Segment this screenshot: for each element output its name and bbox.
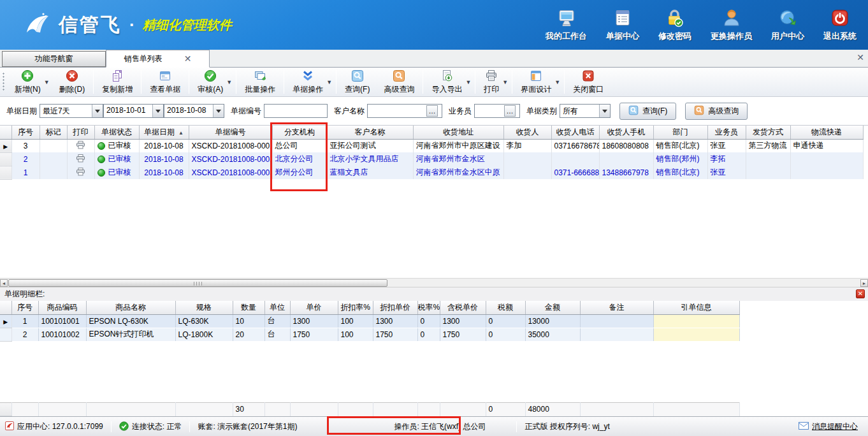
row-selector-cell[interactable] [0, 166, 11, 179]
menu-item-workspace[interactable]: 我的工作台 [546, 8, 587, 42]
doc-type-select[interactable]: 所有 [560, 104, 611, 118]
delete-button[interactable]: 删除(D) [52, 68, 92, 96]
dcol-qty[interactable]: 数量 [233, 301, 264, 314]
col-doc-no[interactable]: 单据编号 [189, 126, 272, 139]
sales-order-row[interactable]: 1 已审核 2018-10-08 XSCKD-20181008-0003 郑州分… [0, 166, 863, 179]
cell-print[interactable] [67, 166, 94, 179]
batch-operation-button[interactable]: 批量操作 [238, 68, 282, 96]
doc-type-dropdown-icon[interactable] [599, 105, 610, 117]
new-button[interactable]: 新增(N) [8, 68, 48, 96]
col-mobile[interactable]: 收货人手机 [599, 126, 653, 139]
col-receiver[interactable]: 收货人 [503, 126, 551, 139]
sales-order-row[interactable]: ▶ 3 已审核 2018-10-08 XSCKD-20181008-0001 总… [0, 139, 863, 152]
tab-close-icon[interactable]: ✕ [184, 54, 192, 63]
query-button[interactable]: 查询(F) [619, 103, 676, 120]
date-range-dropdown-icon[interactable] [92, 105, 103, 117]
close-window-button[interactable]: 关闭窗口 [566, 68, 611, 96]
view-document-button[interactable]: 查看单据 [143, 68, 187, 96]
salesman-input[interactable] [475, 105, 504, 117]
import-export-button[interactable]: 导入导出 [424, 68, 469, 96]
col-logistics[interactable]: 物流快递 [790, 126, 863, 139]
new-dropdown-icon[interactable]: ▼ [44, 68, 52, 96]
detail-panel-close-icon[interactable]: ✕ [856, 289, 865, 298]
dcol-tax[interactable]: 税额 [486, 301, 525, 314]
col-dept[interactable]: 部门 [653, 126, 707, 139]
salesman-lookup-icon[interactable]: … [504, 105, 516, 117]
menu-item-document-center[interactable]: 单据中心 [606, 8, 639, 42]
ui-design-dropdown-icon[interactable]: ▼ [554, 68, 563, 96]
col-date[interactable]: 单据日期▲ [139, 126, 189, 139]
menu-item-user-center[interactable]: 用户中心 [771, 8, 804, 42]
doc-no-input[interactable] [264, 105, 324, 117]
menu-item-change-password[interactable]: 修改密码 [658, 8, 691, 42]
tab-strip-close-icon[interactable]: ✕ [857, 52, 864, 62]
menu-item-switch-operator[interactable]: 更换操作员 [711, 8, 752, 42]
col-mark[interactable]: 标记 [40, 126, 67, 139]
detail-row[interactable]: 2 100101002 EPSON针式打印机 LQ-1800K 20 台 175… [0, 328, 739, 341]
message-center-label: 消息提醒中心 [812, 421, 858, 432]
import-export-dropdown-icon[interactable]: ▼ [465, 68, 474, 96]
advanced-query-button[interactable]: 高级查询 [685, 103, 748, 120]
date-from-select[interactable]: 2018-10-01 [103, 104, 164, 118]
dcol-tax-price[interactable]: 含税单价 [440, 301, 486, 314]
ui-design-button[interactable]: 界面设计 [514, 68, 558, 96]
row-selector-cell[interactable] [0, 328, 11, 341]
cell-print[interactable] [67, 152, 94, 166]
date-to-dropdown-icon[interactable] [213, 105, 224, 117]
col-branch[interactable]: 分支机构 [272, 126, 327, 139]
date-from-dropdown-icon[interactable] [152, 105, 163, 117]
col-address[interactable]: 收货地址 [413, 126, 503, 139]
dcol-price[interactable]: 单价 [290, 301, 338, 314]
dcol-seq[interactable]: 序号 [11, 301, 38, 314]
audit-button[interactable]: 审核(A) [191, 68, 230, 96]
dcol-unit[interactable]: 单位 [264, 301, 290, 314]
tab-sales-order-list[interactable]: 销售单列表 ✕ [106, 50, 210, 68]
cell-print[interactable] [67, 139, 94, 152]
dcell-name: EPSON针式打印机 [86, 328, 175, 341]
dcol-spec[interactable]: 规格 [175, 301, 233, 314]
col-status[interactable]: 单据状态 [94, 126, 139, 139]
tab-function-navigator[interactable]: 功能导航窗 [2, 51, 106, 67]
menu-item-exit[interactable]: 退出系统 [823, 8, 857, 42]
dcol-note[interactable]: 备注 [580, 301, 653, 314]
dcol-discount-price[interactable]: 折扣单价 [373, 301, 417, 314]
row-selector-cell[interactable]: ▶ [0, 314, 11, 328]
delete-button-label: 删除(D) [59, 84, 85, 95]
document-operations-dropdown-icon[interactable]: ▼ [326, 68, 335, 96]
col-seq[interactable]: 序号 [11, 126, 40, 139]
scrollbar-thumb[interactable] [8, 279, 387, 287]
col-customer[interactable]: 客户名称 [327, 126, 413, 139]
col-ship-method[interactable]: 发货方式 [746, 126, 790, 139]
dcol-code[interactable]: 商品编码 [38, 301, 86, 314]
col-salesman[interactable]: 业务员 [707, 126, 746, 139]
sales-order-row[interactable]: 2 已审核 2018-10-08 XSCKD-20181008-0002 北京分… [0, 152, 863, 166]
audit-dropdown-icon[interactable]: ▼ [226, 68, 235, 96]
date-to-select[interactable]: 2018-10-08 [164, 104, 224, 118]
horizontal-scrollbar[interactable]: ◄ ► [0, 278, 868, 287]
toolbar-advanced-query-button[interactable]: 高级查询 [377, 68, 421, 96]
col-phone[interactable]: 收货人电话 [551, 126, 599, 139]
detail-row[interactable]: ▶ 1 100101001 EPSON LQ-630K LQ-630K 10 台… [0, 314, 739, 328]
dcol-name[interactable]: 商品名称 [86, 301, 175, 314]
message-center-link[interactable]: 消息提醒中心 [799, 421, 858, 432]
date-range-select[interactable]: 最近7天 [40, 104, 103, 118]
copy-new-button-label: 复制新增 [102, 84, 133, 95]
row-selector-cell[interactable] [0, 152, 11, 166]
document-operations-button[interactable]: 单据操作 [286, 68, 330, 96]
dcol-tax-rate[interactable]: 税率% [417, 301, 440, 314]
cell-receiver [503, 166, 551, 179]
row-selector-cell[interactable]: ▶ [0, 139, 11, 152]
print-dropdown-icon[interactable]: ▼ [502, 68, 510, 96]
toolbar-query-button[interactable]: 查询(F) [338, 68, 377, 96]
customer-lookup-icon[interactable]: … [426, 105, 438, 117]
col-print[interactable]: 打印 [67, 126, 94, 139]
dcol-amount[interactable]: 金额 [525, 301, 580, 314]
dcol-discount-rate[interactable]: 折扣率% [338, 301, 373, 314]
dcol-ref-info[interactable]: 引单信息 [653, 301, 739, 314]
scroll-right-arrow-icon[interactable]: ► [860, 279, 868, 287]
dcell-ref-info [653, 328, 739, 341]
copy-new-button[interactable]: 复制新增 [95, 68, 140, 96]
customer-input[interactable] [368, 105, 426, 117]
scroll-left-arrow-icon[interactable]: ◄ [0, 279, 8, 287]
import-export-button-label: 导入导出 [431, 84, 462, 95]
